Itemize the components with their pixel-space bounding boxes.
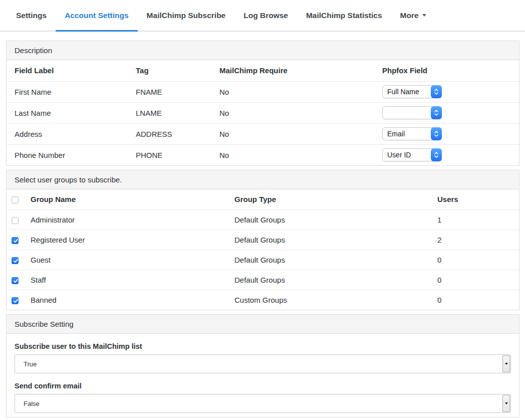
group-checkbox[interactable] [12, 237, 19, 244]
tab-more[interactable]: More [391, 0, 435, 31]
select-stepper [431, 148, 442, 161]
field-label-cell: Address [7, 123, 128, 144]
group-row-registered-user: Registered User Default Groups 2 [7, 230, 519, 250]
phpfox-field-cell: User ID [374, 144, 519, 165]
group-checkbox[interactable] [12, 277, 19, 284]
select-arrow-button [502, 395, 510, 412]
select-all-checkbox[interactable] [12, 196, 19, 203]
description-table-header-row: Field Label Tag MailChimp Require Phpfox… [7, 60, 519, 81]
form-field-select-value: False [15, 400, 40, 407]
form-field-subscribe-user-to-this-mailchimp-list: Subscribe user to this MailChimp list Tr… [15, 342, 511, 373]
tab-label: Log Browse [243, 11, 288, 20]
checkmark-icon [13, 238, 19, 244]
select-stepper [431, 85, 442, 98]
tab-account-settings[interactable]: Account Settings [56, 0, 137, 31]
user-groups-panel: Select user groups to subscribe. Group N… [6, 170, 519, 310]
tag-cell: FNAME [128, 81, 211, 102]
group-checkbox-cell [7, 270, 25, 290]
checkmark-icon [13, 278, 19, 284]
description-row-first-name: First Name FNAME No Full Name [7, 81, 519, 102]
form-field-label: Subscribe user to this MailChimp list [15, 342, 511, 350]
phpfox-field-select[interactable] [382, 106, 442, 119]
tab-settings[interactable]: Settings [7, 0, 56, 31]
group-row-administrator: Administrator Default Groups 1 [7, 209, 519, 230]
phpfox-field-cell: Full Name [374, 81, 519, 102]
user-groups-panel-header: Select user groups to subscribe. [7, 170, 519, 189]
group-row-staff: Staff Default Groups 0 [7, 270, 519, 290]
select-all-cell [7, 189, 25, 209]
group-type-cell: Default Groups [228, 209, 431, 230]
description-panel: Description Field Label Tag MailChimp Re… [6, 41, 519, 166]
group-name-cell: Administrator [25, 209, 228, 230]
select-stepper-arrows-icon [434, 129, 439, 138]
checkmark-icon [13, 298, 19, 304]
description-row-address: Address ADDRESS No Email [7, 123, 519, 144]
tab-label: Account Settings [65, 11, 128, 20]
phpfox-field-select[interactable]: Full Name [382, 85, 442, 98]
mailchimp-require-cell: No [211, 102, 374, 123]
description-row-last-name: Last Name LNAME No [7, 102, 519, 123]
phpfox-field-select[interactable]: Email [382, 127, 442, 140]
checkmark-icon [13, 258, 19, 264]
group-users-cell: 0 [431, 290, 519, 310]
group-type-cell: Custom Groups [228, 290, 431, 310]
group-users-cell: 0 [431, 250, 519, 270]
select-stepper-arrows-icon [434, 150, 439, 159]
group-row-banned: Banned Custom Groups 0 [7, 290, 519, 310]
mailchimp-require-cell: No [211, 123, 374, 144]
tab-mailchimp-subscribe[interactable]: MailChimp Subscribe [138, 0, 235, 31]
phpfox-field-select[interactable]: User ID [382, 148, 442, 161]
group-name-cell: Staff [25, 270, 228, 290]
group-row-guest: Guest Default Groups 0 [7, 250, 519, 270]
tab-mailchimp-statistics[interactable]: MailChimp Statistics [297, 0, 391, 31]
group-type-cell: Default Groups [228, 250, 431, 270]
tag-cell: PHONE [128, 144, 211, 165]
tag-cell: ADDRESS [128, 123, 211, 144]
tab-label: Settings [16, 11, 47, 20]
tag-cell: LNAME [128, 102, 211, 123]
tab-log-browse[interactable]: Log Browse [234, 0, 297, 31]
group-checkbox-cell [7, 230, 25, 250]
select-stepper [431, 127, 442, 140]
group-name-cell: Guest [25, 250, 228, 270]
description-panel-header: Description [7, 41, 519, 60]
caret-down-icon [505, 402, 508, 404]
form-field-select-value: True [15, 360, 37, 368]
group-type-cell: Default Groups [228, 230, 431, 250]
user-groups-table-body: Administrator Default Groups 1 Registere… [7, 209, 519, 310]
form-field-send-confirm-email: Send confirm email False [15, 382, 511, 413]
caret-down-icon [505, 363, 508, 365]
field-label-cell: First Name [7, 81, 128, 102]
group-checkbox-cell [7, 250, 25, 270]
tab-bar: Settings Account Settings MailChimp Subs… [0, 0, 525, 32]
user-groups-table: Group Name Group Type Users Administrato… [7, 189, 519, 310]
description-table: Field Label Tag MailChimp Require Phpfox… [7, 60, 519, 165]
select-arrow-button [502, 355, 510, 372]
description-table-body: First Name FNAME No Full Name Last Name … [7, 81, 519, 165]
field-label-cell: Phone Number [7, 144, 128, 165]
description-row-phone-number: Phone Number PHONE No User ID [7, 144, 519, 165]
column-header-group-type: Group Type [228, 189, 431, 209]
subscribe-setting-panel-title: Subscribe Setting [15, 320, 74, 328]
tab-label: MailChimp Statistics [306, 11, 382, 20]
form-field-select[interactable]: True [15, 354, 511, 373]
group-checkbox[interactable] [12, 217, 19, 224]
group-users-cell: 2 [431, 230, 519, 250]
phpfox-field-cell [374, 102, 519, 123]
subscribe-setting-form: Subscribe user to this MailChimp list Tr… [7, 334, 519, 417]
group-checkbox[interactable] [12, 257, 19, 264]
group-checkbox-cell [7, 209, 25, 230]
column-header-phpfox-field: Phpfox Field [374, 60, 519, 81]
column-header-tag: Tag [128, 60, 211, 81]
page-content: Description Field Label Tag MailChimp Re… [0, 32, 525, 417]
group-checkbox[interactable] [12, 297, 19, 304]
group-users-cell: 0 [431, 270, 519, 290]
user-groups-panel-title: Select user groups to subscribe. [15, 175, 122, 184]
select-stepper-arrows-icon [434, 87, 439, 96]
column-header-field-label: Field Label [7, 60, 128, 81]
form-field-select[interactable]: False [15, 394, 511, 413]
column-header-group-name: Group Name [25, 189, 228, 209]
group-users-cell: 1 [431, 209, 519, 230]
subscribe-setting-panel-header: Subscribe Setting [7, 315, 519, 334]
mailchimp-require-cell: No [211, 81, 374, 102]
